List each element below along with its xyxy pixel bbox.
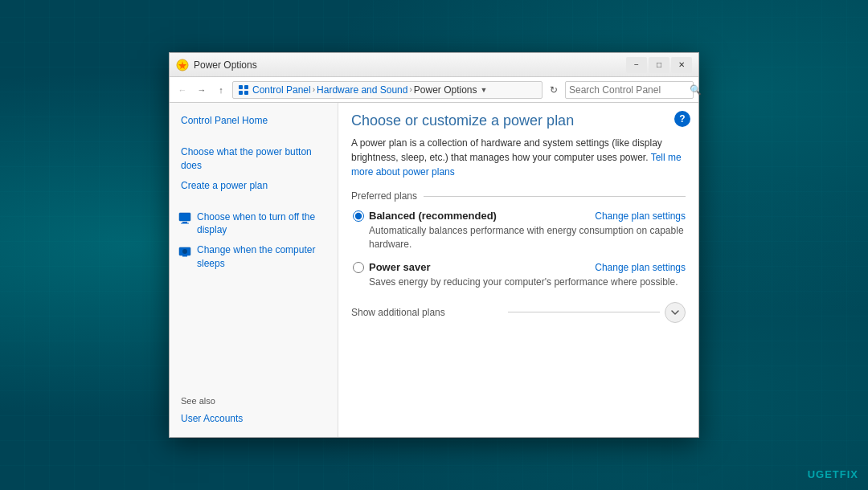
plan-power-saver-change-link[interactable]: Change plan settings	[595, 262, 686, 273]
svg-rect-5	[179, 213, 190, 221]
preferred-plans-header: Preferred plans	[351, 190, 686, 202]
refresh-button[interactable]: ↻	[546, 82, 562, 98]
sidebar-link-turn-off-display[interactable]: Choose when to turn off the display	[170, 207, 338, 241]
watermark: UGETFIX	[808, 468, 858, 480]
up-button[interactable]: ↑	[213, 82, 229, 98]
sidebar-link-computer-sleeps[interactable]: Change when the computer sleeps	[170, 240, 338, 274]
sidebar-link-choose-power-button[interactable]: Choose what the power buttondoes	[170, 142, 338, 176]
search-box: 🔍	[565, 81, 694, 99]
chevron-down-icon	[670, 308, 680, 317]
maximize-button[interactable]: □	[649, 57, 669, 73]
show-additional-plans[interactable]: Show additional plans	[351, 302, 686, 323]
sidebar-link-user-accounts[interactable]: User Accounts	[170, 409, 338, 429]
svg-rect-4	[244, 91, 248, 95]
see-also-label: See also	[170, 386, 338, 409]
forward-button[interactable]: →	[194, 82, 210, 98]
plan-power-saver-radio[interactable]	[353, 262, 364, 273]
address-bar: ← → ↑ Control Panel › Hardware and Sound…	[170, 77, 698, 103]
breadcrumb-power-options: Power Options	[414, 84, 477, 96]
power-options-window: Power Options − □ ✕ ← → ↑ Control Panel …	[169, 52, 699, 437]
svg-rect-1	[239, 85, 243, 89]
plan-balanced: Balanced (recommended) Change plan setti…	[351, 210, 686, 251]
search-button[interactable]: 🔍	[690, 84, 702, 96]
panel-title: Choose or customize a power plan	[351, 112, 686, 129]
window-title: Power Options	[194, 59, 626, 71]
sidebar-link-create-power-plan[interactable]: Create a power plan	[170, 176, 338, 196]
svg-point-9	[182, 249, 187, 254]
main-content: Control Panel Home Choose what the power…	[170, 103, 698, 436]
help-button[interactable]: ?	[674, 111, 690, 127]
plan-power-saver: Power saver Change plan settings Saves e…	[351, 261, 686, 289]
plan-balanced-header: Balanced (recommended) Change plan setti…	[353, 210, 686, 222]
turn-off-display-label: Choose when to turn off the display	[197, 210, 330, 238]
plan-power-saver-description: Saves energy by reducing your computer's…	[369, 276, 686, 289]
breadcrumb-hardware-sound[interactable]: Hardware and Sound	[317, 84, 407, 96]
search-input[interactable]	[569, 84, 690, 96]
sleep-icon	[178, 244, 192, 259]
show-additional-chevron[interactable]	[665, 302, 686, 323]
plan-balanced-label[interactable]: Balanced (recommended)	[353, 210, 497, 222]
title-bar: Power Options − □ ✕	[170, 53, 698, 77]
preferred-plans-label: Preferred plans	[351, 190, 417, 202]
window-controls: − □ ✕	[626, 57, 692, 73]
window-icon	[176, 59, 189, 71]
close-button[interactable]: ✕	[671, 57, 692, 73]
plan-balanced-description: Automatically balances performance with …	[369, 224, 686, 251]
show-additional-divider	[508, 312, 660, 312]
plan-power-saver-header: Power saver Change plan settings	[353, 261, 686, 273]
svg-rect-3	[239, 91, 243, 95]
breadcrumb-bar: Control Panel › Hardware and Sound › Pow…	[232, 81, 542, 99]
monitor-icon	[178, 211, 192, 226]
sidebar: Control Panel Home Choose what the power…	[170, 103, 338, 436]
plan-balanced-change-link[interactable]: Change plan settings	[595, 210, 686, 222]
breadcrumb-control-panel[interactable]: Control Panel	[252, 84, 311, 96]
sidebar-link-control-panel-home[interactable]: Control Panel Home	[170, 111, 338, 131]
plan-power-saver-label[interactable]: Power saver	[353, 261, 431, 273]
panel-description: A power plan is a collection of hardware…	[351, 136, 686, 179]
svg-rect-10	[182, 255, 187, 257]
plan-balanced-radio[interactable]	[353, 210, 364, 222]
computer-sleeps-label: Change when the computer sleeps	[197, 243, 330, 271]
svg-rect-7	[181, 223, 189, 223]
section-divider-1	[424, 196, 686, 197]
minimize-button[interactable]: −	[626, 57, 647, 73]
back-button[interactable]: ←	[174, 82, 190, 98]
right-panel: ? Choose or customize a power plan A pow…	[338, 103, 698, 436]
svg-rect-2	[244, 85, 248, 89]
show-additional-label: Show additional plans	[351, 307, 503, 318]
